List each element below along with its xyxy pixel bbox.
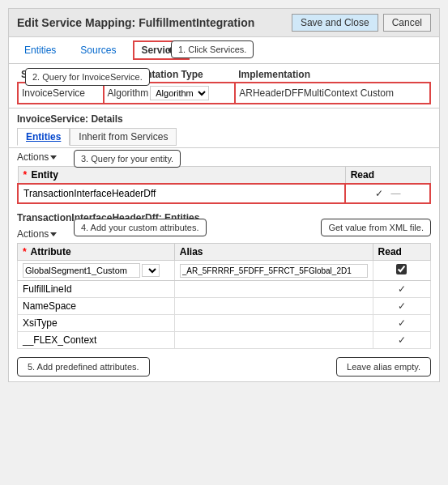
- read-dash: —: [391, 188, 401, 199]
- attr-name-cell-4: __FLEX_Context: [18, 332, 175, 349]
- callout-3: 3. Query for your entity.: [74, 150, 181, 168]
- entities-table: * Entity Read TransactionInterfaceHeader…: [17, 166, 431, 204]
- attr-read-cell-0: [373, 261, 430, 281]
- dropdown-icon-2: [50, 232, 57, 236]
- read-check-3: ✓: [398, 317, 406, 329]
- attr-read-cell-3: ✓: [373, 315, 430, 332]
- entity-row: TransactionInterfaceHeaderDff ✓ —: [18, 184, 430, 203]
- required-star-entity: *: [23, 169, 28, 181]
- attr-alias-cell-2: [174, 298, 373, 315]
- header-buttons: Save and Close Cancel: [292, 14, 431, 32]
- attr-input-0[interactable]: [23, 263, 140, 278]
- attr-row-2: NameSpace ✓: [18, 298, 431, 315]
- actions-button-2[interactable]: Actions: [17, 228, 57, 240]
- attr-name-cell-2: NameSpace: [18, 298, 175, 315]
- service-row: InvoiceService Algorithm Algorithm ARHea…: [18, 83, 430, 104]
- entity-col-header: * Entity: [18, 167, 345, 185]
- callout-bottom-left: 5. Add predefined attributes.: [17, 357, 150, 377]
- read-check-2: ✓: [398, 300, 406, 312]
- section1-title: InvoiceService: Details: [9, 108, 439, 126]
- header: Edit Service Mapping: FulfillmentIntegra…: [9, 9, 439, 37]
- service-table: Service ▲▼ Implementation Type Implement…: [17, 67, 431, 104]
- impl-value-cell: ARHeaderDFFMultiContext Custom 2. Query …: [235, 83, 430, 104]
- attr-alias-cell-0: [174, 261, 373, 281]
- impl-type-select-wrapper: Algorithm Algorithm: [108, 86, 232, 100]
- callout-bottom-right: Leave alias empty.: [336, 357, 431, 377]
- cancel-button[interactable]: Cancel: [383, 14, 431, 32]
- callout-4: 4. Add your custom attributes.: [74, 219, 207, 236]
- actions-button-1[interactable]: Actions: [17, 151, 57, 163]
- callout-5: Get value from XML file.: [321, 219, 431, 236]
- impl-type-dropdown[interactable]: Algorithm: [150, 86, 209, 100]
- tab-entities[interactable]: Entities: [17, 41, 63, 59]
- attr-name-cell-3: XsiType: [18, 315, 175, 332]
- dropdown-icon-1: [50, 155, 57, 160]
- sub-tabs: Entities Inherit from Services: [9, 126, 439, 148]
- actions-row-1: Actions 3. Query for your entity.: [9, 148, 439, 166]
- service-table-section: Service ▲▼ Implementation Type Implement…: [9, 64, 439, 108]
- main-tabs: Entities Sources Services 1. Click Servi…: [9, 37, 439, 64]
- read-col-header: Read: [345, 167, 430, 185]
- attr-name-cell-0: [18, 261, 175, 281]
- sub-tab-inherit[interactable]: Inherit from Services: [70, 128, 177, 146]
- sub-tab-entities[interactable]: Entities: [17, 128, 70, 146]
- bottom-callouts: 5. Add predefined attributes. Leave alia…: [9, 352, 439, 381]
- attr-alias-cell-1: [174, 281, 373, 298]
- read-col-header2: Read: [373, 244, 430, 261]
- actions-row-2: Actions 4. Add your custom attributes. G…: [9, 225, 439, 243]
- attr-row-4: __FLEX_Context ✓: [18, 332, 431, 349]
- attr-row-0: [18, 261, 431, 281]
- read-check-4: ✓: [398, 334, 406, 346]
- callout-1: 1. Click Services.: [171, 40, 254, 58]
- attr-read-cell-2: ✓: [373, 298, 430, 315]
- entity-read-cell: ✓ —: [345, 184, 430, 203]
- alias-col-header: Alias: [174, 244, 373, 261]
- attr-row-1: FulfillLineId ✓: [18, 281, 431, 298]
- attr-read-cell-1: ✓: [373, 281, 430, 298]
- main-container: Edit Service Mapping: FulfillmentIntegra…: [8, 8, 440, 382]
- tab-sources[interactable]: Sources: [73, 41, 123, 59]
- attr-col-header: * Attribute: [18, 244, 175, 261]
- attr-select-0[interactable]: [142, 264, 160, 277]
- callout-2: 2. Query for InvoiceService.: [25, 68, 150, 86]
- read-checkmark: ✓: [375, 188, 383, 199]
- attr-read-cell-4: ✓: [373, 332, 430, 349]
- attr-name-cell-1: FulfillLineId: [18, 281, 175, 298]
- attr-alias-input-0[interactable]: [180, 264, 368, 278]
- attr-read-checkbox-0[interactable]: [396, 264, 407, 274]
- attr-alias-cell-3: [174, 315, 373, 332]
- attr-alias-cell-4: [174, 332, 373, 349]
- required-star-attr: *: [23, 246, 27, 257]
- impl-col-header: Implementation: [235, 67, 430, 83]
- attributes-table: * Attribute Alias Read: [17, 243, 431, 349]
- save-close-button[interactable]: Save and Close: [292, 14, 378, 32]
- page-title: Edit Service Mapping: FulfillmentIntegra…: [17, 16, 254, 29]
- attr-row-3: XsiType ✓: [18, 315, 431, 332]
- read-check-1: ✓: [398, 283, 406, 295]
- entity-name-cell: TransactionInterfaceHeaderDff: [18, 184, 345, 203]
